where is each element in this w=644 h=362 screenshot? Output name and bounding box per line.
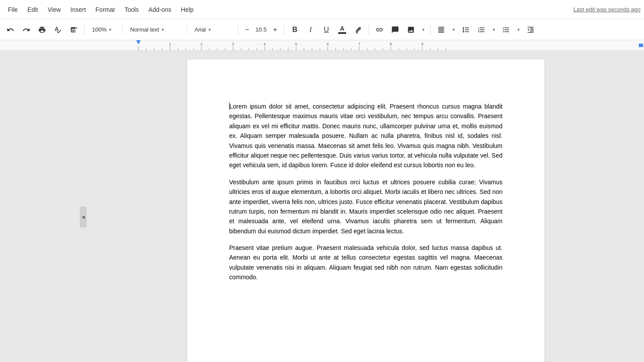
bulleted-list-button[interactable] [499,23,513,37]
numbered-list-chevron: ▾ [493,27,495,32]
highlight-button[interactable] [351,23,365,37]
paragraph-2[interactable]: Vestibulum ante ipsum primis in faucibus… [229,177,502,236]
align-chevron: ▾ [453,27,455,32]
menu-bar: File Edit View Insert Format Tools Add-o… [0,0,644,19]
style-selector[interactable]: Normal text ▾ [126,23,183,37]
separator-7 [430,25,431,35]
separator-1 [84,25,85,35]
zoom-chevron: ▾ [109,27,111,32]
menu-addons[interactable]: Add-ons [144,4,176,16]
sidebar-toggle[interactable]: ◀ [80,207,87,228]
menu-edit[interactable]: Edit [23,4,42,16]
spellcheck-button[interactable] [51,23,65,37]
paint-format-button[interactable] [67,23,81,37]
menu-tools[interactable]: Tools [120,4,143,16]
bulleted-list-dropdown[interactable]: ▾ [515,23,522,37]
last-edit-status[interactable]: Last edit was seconds ago [573,6,640,13]
print-button[interactable] [35,23,49,37]
line-spacing-button[interactable] [459,23,473,37]
menu-file[interactable]: File [4,4,22,16]
font-size-control: − + [242,25,280,35]
separator-6 [368,25,369,35]
image-dropdown[interactable]: ▾ [420,23,427,37]
font-size-input[interactable] [253,26,269,33]
font-selector[interactable]: Arial ▾ [191,23,234,37]
menu-help[interactable]: Help [177,4,198,16]
text-color-bar [338,32,346,34]
document-area: Lorem ipsum dolor sit amet, consectetur … [88,51,644,362]
numbered-list-dropdown[interactable]: ▾ [490,23,497,37]
bulleted-list-chevron: ▾ [517,27,520,32]
image-chevron: ▾ [422,27,425,32]
font-size-increase[interactable]: + [270,25,280,35]
separator-4 [238,25,238,35]
indent-decrease-button[interactable] [524,23,538,37]
numbered-list-button[interactable] [474,23,488,37]
zoom-value: 100% [92,26,106,33]
paragraph-1[interactable]: Lorem ipsum dolor sit amet, consectetur … [229,102,502,170]
link-button[interactable] [372,23,386,37]
italic-button[interactable]: I [304,23,318,37]
image-button[interactable] [404,23,418,37]
text-color-label: A [340,25,344,32]
underline-button[interactable]: U [319,23,333,37]
ruler [0,40,644,51]
comment-button[interactable] [388,23,402,37]
style-chevron: ▾ [162,27,164,32]
align-button[interactable] [434,23,448,37]
paragraph-3[interactable]: Praesent vitae pretium augue. Praesent m… [229,243,502,282]
bold-button[interactable]: B [288,23,302,37]
menu-view[interactable]: View [43,4,65,16]
document-page: Lorem ipsum dolor sit amet, consectetur … [187,60,545,362]
redo-button[interactable] [19,23,33,37]
separator-3 [187,25,187,35]
zoom-selector[interactable]: 100% ▾ [88,23,119,37]
undo-button[interactable] [4,23,18,37]
main-area: ◀ Lorem ipsum dolor sit amet, consectetu… [0,51,644,362]
menu-insert[interactable]: Insert [66,4,90,16]
style-value: Normal text [130,26,159,33]
sidebar-left: ◀ [0,51,88,362]
toolbar: 100% ▾ Normal text ▾ Arial ▾ − + B I U A [0,19,644,40]
align-dropdown[interactable]: ▾ [450,23,457,37]
font-size-decrease[interactable]: − [242,25,252,35]
text-color-button[interactable]: A [335,23,349,37]
font-chevron: ▾ [209,27,211,32]
menu-format[interactable]: Format [91,4,119,16]
ruler-canvas [0,40,644,50]
separator-5 [284,25,284,35]
separator-2 [122,25,123,35]
font-value: Arial [195,26,206,33]
